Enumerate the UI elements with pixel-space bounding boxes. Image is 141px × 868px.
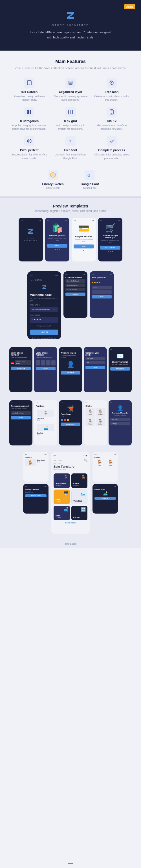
cart-right-btn[interactable]: BUY NOW bbox=[95, 497, 116, 500]
chair-img-4: 🪑 bbox=[97, 418, 104, 423]
features-grid: 40+ Screen Pixel-sized design with new m… bbox=[11, 78, 130, 160]
chair-item-3[interactable]: 🪑 Retro bbox=[85, 417, 95, 426]
profile-save-btn[interactable]: SAVE bbox=[85, 366, 105, 369]
ob2-body: Easy payment process for all items bbox=[74, 238, 94, 242]
register2-pass-field[interactable]: •••••••• bbox=[92, 286, 112, 289]
chair-item-1[interactable]: 🪑 Oslo bbox=[85, 408, 95, 416]
signin-logo-icon bbox=[41, 284, 47, 290]
dot1-ob3 bbox=[108, 251, 109, 252]
recover-phone: 9:41 ●●● Recover password Enter your ema… bbox=[9, 400, 32, 445]
small-cart-phone: 9:41 ●●● Sadana Furniture Gabriel Prop A… bbox=[23, 484, 48, 514]
recover-explore-section: 9:41 ●●● Recover password Enter your ema… bbox=[0, 397, 141, 450]
feature-font-desc: Our main font is Nunito from Google Font… bbox=[52, 153, 89, 160]
category-curtain[interactable]: 🪟 Curtain bbox=[71, 506, 88, 520]
feature-ios-title: IOS 12 bbox=[94, 119, 130, 123]
product-card-2[interactable]: 🛋️ Sofa Bed $350 bbox=[36, 423, 56, 437]
ob3-status: 9:41 ●●● bbox=[100, 220, 120, 221]
chairs-status: 9:41 ●●● bbox=[85, 402, 105, 404]
load-more-btn[interactable]: LOAD MORE bbox=[54, 522, 87, 524]
verify-phone-2: 9:41 ●●● Verify phone number! Enter the … bbox=[34, 347, 57, 392]
router-price: $180 bbox=[37, 461, 47, 463]
onboard2-screen: 9:41 ●●● 💳 Pay your favorites Easy payme… bbox=[72, 218, 96, 261]
verify1-send-btn[interactable]: SEND CODE bbox=[11, 367, 31, 370]
register2-confirm-field[interactable]: •••••••• bbox=[92, 290, 112, 294]
verify1-number-field[interactable]: +62 812 XXXX XXXX bbox=[15, 360, 31, 365]
dot2-ob3 bbox=[110, 251, 111, 252]
screen-svg-icon bbox=[27, 80, 32, 86]
signin-status-bar: 9:41 ●●● bbox=[30, 275, 58, 276]
chair-right-2[interactable]: 🪑 Nordic bbox=[105, 459, 116, 466]
feature-pixel-desc: Best resolution for iPhone X/XS screen m… bbox=[11, 153, 47, 160]
ob3-btn[interactable]: GET STARTED bbox=[100, 246, 120, 250]
small-feed-status: 9:41 ●●● bbox=[25, 454, 46, 455]
category-sofa[interactable]: 🛋️ Sofa 11 Items bbox=[54, 506, 70, 520]
phone-onboard2: 9:41 ●●● 💳 Pay your favorites Easy payme… bbox=[72, 218, 96, 261]
font-icon: T bbox=[68, 138, 73, 144]
code-digit-3[interactable]: • bbox=[46, 360, 50, 366]
product-img-1: 🪑 bbox=[37, 409, 55, 416]
phone-splash: 9:41 ●●● STORE FURNITURE bbox=[19, 218, 43, 261]
password-field[interactable]: •••••• bbox=[30, 317, 58, 323]
right-phones-col: 9:41 ●●● Chairs 🪑 Oslo 🪑 Nordic bbox=[93, 452, 118, 514]
welcome-continue-btn[interactable]: CONTINUE bbox=[61, 371, 80, 374]
register1-email-field[interactable]: nomba@mail.com bbox=[65, 283, 85, 287]
welcome-status: 9:41 ●●● bbox=[61, 349, 80, 350]
signin-back-icon[interactable]: ← bbox=[30, 279, 33, 282]
cart-add-btn[interactable]: ADD TO CART bbox=[25, 494, 46, 497]
chair-item-2[interactable]: 🪑 Nordic bbox=[96, 408, 105, 416]
profile-orders-row[interactable]: My Orders bbox=[110, 418, 130, 421]
profile-name-field[interactable]: Full Name bbox=[85, 357, 105, 360]
email-subtitle: We sent a verification link bbox=[110, 364, 130, 366]
recover-subtitle: Enter your email address bbox=[11, 408, 31, 409]
fullname-field[interactable]: Nomboka Mabandis ✓ bbox=[30, 307, 58, 312]
oven-add-cart-btn[interactable]: ADD TO CART bbox=[61, 423, 80, 426]
chair-right-1[interactable]: 🪑 Oslo bbox=[95, 459, 105, 466]
email-status: 9:41 ●●● bbox=[110, 349, 130, 350]
login-button[interactable]: LOG IN bbox=[30, 330, 58, 335]
code-digit-4[interactable]: • bbox=[51, 360, 56, 366]
category-twin-bed[interactable]: 🛏️ Twin Bed bbox=[71, 490, 88, 504]
recover-email-field[interactable]: nomba@mail.com bbox=[11, 411, 31, 415]
discover-date: JAN 21, 2019 bbox=[54, 460, 62, 461]
color-swatch-blue[interactable] bbox=[61, 419, 63, 421]
oven-name: Oven Snap bbox=[61, 413, 80, 415]
email-open-btn[interactable]: OPEN EMAIL bbox=[110, 367, 130, 371]
onboard3-screen: 9:41 ●●● 🛒 Smarter lifestyle awaits you … bbox=[98, 218, 122, 261]
discover-search-icon[interactable]: 🔍 bbox=[84, 459, 87, 462]
register1-phone-field[interactable]: +1 234 567 890 bbox=[65, 288, 85, 291]
ob2-illustration: 💳 bbox=[74, 223, 94, 234]
product-card-1[interactable]: 🪑 Oslo Chair $120 bbox=[36, 408, 56, 422]
verify2-title: Verify phone number! bbox=[36, 352, 56, 356]
register2-next-btn[interactable]: NEXT bbox=[92, 295, 112, 299]
watermark: gfxtra.com bbox=[0, 539, 141, 548]
verify-phones-row: 9:41 ●●● Verify phone number! Enter your… bbox=[4, 347, 137, 392]
register1-name-field[interactable]: Nomboka Mabandis bbox=[65, 279, 85, 283]
forgot-password-link[interactable]: Forgot password? bbox=[30, 325, 58, 327]
register1-signup-btn[interactable]: SIGN UP bbox=[65, 292, 85, 296]
library-sketch: Library Sketch Easy to edit bbox=[42, 170, 64, 189]
color-swatch-orange[interactable] bbox=[67, 419, 69, 421]
category-desk[interactable]: 🖥️ Desk 12 Items bbox=[54, 490, 70, 504]
chair-name-2: Nordic bbox=[97, 414, 104, 415]
recover-send-btn[interactable]: SEND bbox=[11, 416, 31, 420]
ob1-btn[interactable]: NEXT bbox=[47, 244, 67, 248]
chair-right-icon-2: 🪑 bbox=[105, 459, 116, 465]
cart-right-title: Gabriel Prop bbox=[95, 489, 116, 490]
profile-bio-field[interactable]: Bio bbox=[85, 361, 105, 364]
chair-item-4[interactable]: 🪑 Modern bbox=[96, 417, 105, 426]
color-swatch-red[interactable] bbox=[64, 419, 66, 421]
screen-icon bbox=[24, 78, 34, 88]
category-arm-chairs[interactable]: 🪑 Arm Chairs 28 Items bbox=[54, 473, 70, 488]
category-chairs[interactable]: 🪑 Chairs 16 Items bbox=[71, 473, 88, 488]
verify2-verify-btn[interactable]: VERIFY bbox=[36, 367, 56, 370]
register2-stars: ★★★★★ bbox=[92, 279, 112, 284]
code-digit-1[interactable]: • bbox=[36, 360, 40, 366]
ios-icon bbox=[109, 109, 114, 115]
signup-link[interactable]: Sign up bbox=[50, 337, 56, 339]
profile-settings-row[interactable]: Settings bbox=[110, 422, 130, 425]
google-font-icon-container: G bbox=[84, 170, 95, 180]
feature-icon: Free Icon Extensive icon to clean icon f… bbox=[94, 78, 130, 102]
code-digit-2[interactable]: • bbox=[41, 360, 45, 366]
svg-marker-29 bbox=[51, 174, 55, 176]
ob2-btn[interactable]: NEXT bbox=[74, 245, 94, 248]
